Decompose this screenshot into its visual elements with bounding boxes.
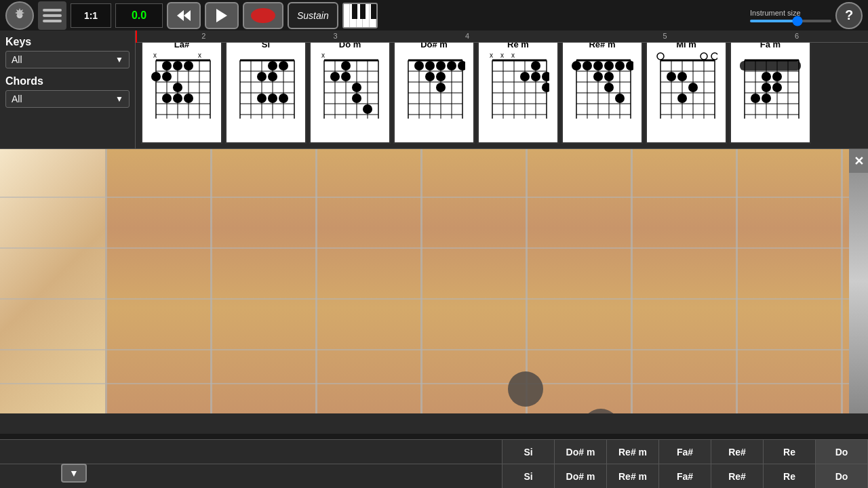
finger-dot-4	[508, 371, 543, 407]
scroll-handle[interactable]	[849, 149, 868, 413]
svg-point-125	[604, 72, 614, 81]
chord-cell-1-do[interactable]: Do	[815, 440, 868, 464]
svg-point-40	[279, 61, 288, 70]
keys-dropdown[interactable]: All ▼	[5, 51, 130, 68]
svg-point-119	[583, 61, 592, 70]
chord-card-do-m[interactable]: Do m x	[309, 35, 391, 144]
record-indicator	[251, 8, 275, 23]
rewind-button[interactable]	[167, 2, 201, 29]
chord-card-do-sharp-m[interactable]: Do# m 3	[393, 35, 475, 144]
beat-value: 0.0	[132, 9, 146, 22]
chord-card-fa-m[interactable]: Fa m	[730, 35, 811, 144]
keys-select[interactable]: All ▼	[5, 51, 130, 68]
svg-point-23	[173, 83, 182, 92]
play-button[interactable]	[205, 2, 239, 29]
svg-point-102	[520, 72, 530, 81]
bottom-bar-separator	[0, 434, 868, 439]
fret-line-1	[210, 149, 212, 413]
close-button[interactable]: ✕	[849, 149, 868, 173]
chord-cell-2-re-sharp[interactable]: Re#	[711, 464, 763, 488]
svg-point-128	[657, 53, 664, 60]
piano-black-key-2	[360, 4, 366, 19]
left-panel: Keys All ▼ Chords All ▼	[0, 30, 136, 149]
chord-cell-1-re[interactable]: Re	[763, 440, 815, 464]
chords-dropdown[interactable]: All ▼	[5, 90, 130, 108]
help-button[interactable]: ?	[835, 2, 863, 29]
timeline-mark-6: 6	[795, 32, 799, 40]
svg-point-83	[425, 72, 435, 81]
timeline-bar: 2 3 4 5 6	[136, 30, 868, 43]
chords-select[interactable]: All ▼	[5, 90, 130, 108]
chord-cell-2-do-sharp-m[interactable]: Do# m	[554, 464, 606, 488]
keys-value: All	[12, 54, 22, 65]
svg-point-104	[542, 72, 549, 81]
menu-button[interactable]	[38, 1, 66, 30]
chord-card-mi-m[interactable]: Mi m	[646, 35, 727, 144]
sustain-button[interactable]: Sustain	[288, 2, 338, 29]
chord-cell-2-re[interactable]: Re	[763, 464, 815, 488]
svg-point-62	[352, 83, 361, 92]
chord-diagram-do-m: x	[319, 51, 381, 129]
piano-black-key-3	[371, 4, 376, 19]
string-2	[0, 247, 868, 249]
chord-cell-2-fa-sharp[interactable]: Fa#	[658, 464, 711, 488]
svg-point-85	[436, 83, 446, 92]
svg-point-26	[184, 94, 193, 103]
chord-cell-2-re-sharp-m[interactable]: Re# m	[606, 464, 658, 488]
svg-point-105	[542, 83, 549, 92]
chord-card-re-sharp-m[interactable]: Re# m	[561, 35, 643, 144]
piano-white-key-1	[344, 4, 351, 27]
svg-point-80	[436, 61, 446, 70]
chord-cell-1-re-sharp-m[interactable]: Re# m	[606, 440, 658, 464]
chord-card-si[interactable]: Si	[225, 35, 307, 144]
chord-cell-2-do[interactable]: Do	[815, 464, 868, 488]
svg-point-19	[173, 61, 182, 70]
chord-cell-1-fa-sharp[interactable]: Fa#	[658, 440, 711, 464]
chord-row-2: Si Do# m Re# m Fa# Re# Re Do	[0, 464, 868, 488]
fret-line-3	[420, 149, 422, 413]
svg-text:x: x	[500, 52, 504, 59]
instrument-size-slider[interactable]	[750, 20, 831, 22]
svg-point-122	[615, 61, 625, 70]
chord-cell-1-do-sharp-m[interactable]: Do# m	[554, 440, 606, 464]
svg-text:x: x	[153, 52, 157, 59]
time-value: 1:1	[84, 10, 98, 21]
svg-point-123	[626, 61, 633, 70]
chord-row-spacer-1	[0, 440, 502, 464]
bottom-bar: Si Do# m Re# m Fa# Re# Re Do Si Do# m Re…	[0, 434, 868, 488]
chord-diagram-fa-m	[739, 51, 802, 129]
chord-cell-1-si[interactable]: Si	[502, 440, 554, 464]
svg-point-144	[677, 72, 687, 81]
svg-point-42	[268, 72, 277, 81]
svg-point-124	[593, 72, 603, 81]
chord-card-la-sharp[interactable]: La# x x	[141, 35, 222, 144]
svg-point-44	[268, 94, 277, 103]
chord-card-re-m[interactable]: Re m x x x	[477, 35, 559, 144]
instrument-size-section: Instrument size	[750, 9, 831, 22]
beat-display: 0.0	[115, 3, 163, 28]
timeline-mark-3: 3	[334, 32, 338, 40]
help-label: ?	[845, 7, 853, 23]
svg-text:x: x	[511, 52, 515, 59]
chord-cell-2-si[interactable]: Si	[502, 464, 554, 488]
svg-marker-3	[216, 9, 227, 22]
svg-point-160	[762, 72, 771, 81]
svg-text:x: x	[490, 52, 493, 59]
finger-dot-5	[582, 409, 620, 413]
settings-button[interactable]	[5, 1, 34, 30]
piano-keys-display[interactable]	[342, 3, 378, 28]
down-arrow-button[interactable]: ▼	[61, 464, 87, 483]
record-button[interactable]	[243, 2, 283, 29]
svg-point-120	[593, 61, 603, 70]
svg-point-162	[762, 83, 771, 92]
svg-rect-159	[740, 61, 801, 70]
timeline-numbers: 2 3 4 5 6	[136, 30, 868, 42]
svg-point-81	[447, 61, 456, 70]
svg-point-121	[604, 61, 614, 70]
svg-point-25	[173, 94, 182, 103]
svg-point-63	[352, 94, 361, 103]
chord-diagram-la-sharp: x x	[151, 51, 213, 129]
chord-cell-1-re-sharp[interactable]: Re#	[711, 440, 763, 464]
chords-area: La# x x	[136, 30, 868, 149]
svg-point-127	[615, 94, 625, 103]
